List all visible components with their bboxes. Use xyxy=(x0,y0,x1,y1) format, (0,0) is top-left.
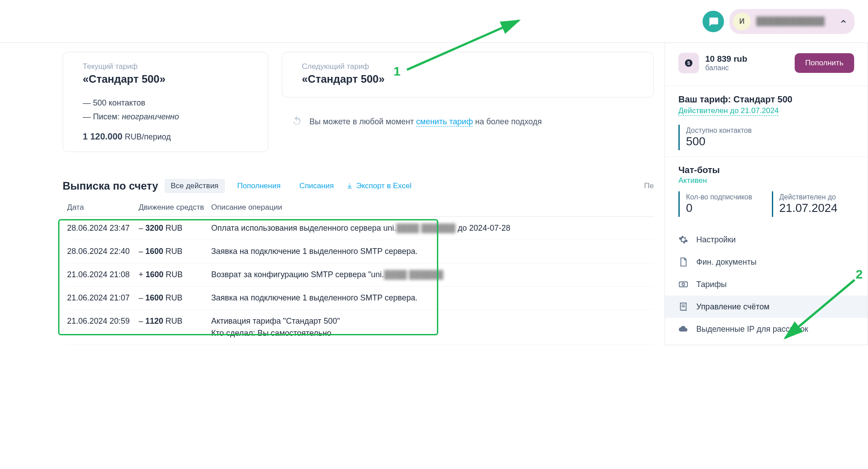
cell-amount: – 1600 RUB xyxy=(139,240,211,263)
topup-button[interactable]: Пополнить xyxy=(795,53,854,73)
table-row: 21.06.2024 21:07– 1600 RUBЗаявка на подк… xyxy=(67,287,654,310)
cell-date: 28.06.2024 23:47 xyxy=(67,217,139,240)
current-tariff-card: Текущий тариф «Стандарт 500» — 500 конта… xyxy=(63,52,268,152)
chatbots-status: Активен xyxy=(678,176,854,185)
chatbots-title: Чат-боты xyxy=(678,165,854,175)
col-movement: Движение средств xyxy=(139,199,211,217)
cell-date: 28.06.2024 22:40 xyxy=(67,240,139,263)
next-tariff-label: Следующий тариф xyxy=(302,62,634,71)
cell-description: Заявка на подключение 1 выделенного SMTP… xyxy=(211,240,654,263)
cell-description: Заявка на подключение 1 выделенного SMTP… xyxy=(211,287,654,310)
sidebar-menu: Настройки Фин. документы Тарифы Управлен… xyxy=(665,228,868,340)
filter-out[interactable]: Списания xyxy=(293,179,340,193)
gear-icon xyxy=(678,235,688,245)
tariff-price: 1 120.000 RUB/период xyxy=(83,131,248,142)
document-icon xyxy=(678,257,688,267)
main-content: Текущий тариф «Стандарт 500» — 500 конта… xyxy=(0,43,665,345)
svg-text:$: $ xyxy=(687,60,690,66)
valid-stat: Действителен до 21.07.2024 xyxy=(772,191,855,217)
table-row: 21.06.2024 20:59– 1120 RUBАктивация тари… xyxy=(67,310,654,345)
cell-amount: – 1600 RUB xyxy=(139,287,211,310)
switch-tariff-hint: Вы можете в любой момент сменить тариф н… xyxy=(291,115,654,128)
chat-icon xyxy=(707,16,719,27)
svg-rect-2 xyxy=(679,282,687,287)
menu-account-management[interactable]: Управление счётом xyxy=(665,296,868,318)
current-tariff-label: Текущий тариф xyxy=(83,62,248,71)
table-row: 28.06.2024 22:40– 1600 RUBЗаявка на подк… xyxy=(67,240,654,263)
cell-description: Возврат за конфигурацию SMTP сервера "un… xyxy=(211,263,654,287)
svg-point-3 xyxy=(682,283,685,286)
period-label-truncated: Пе xyxy=(644,182,654,190)
intercom-chat-button[interactable] xyxy=(703,11,724,32)
sidebar-tariff: Ваш тариф: Стандарт 500 xyxy=(678,94,854,105)
profile-name: ████████████ xyxy=(756,17,834,26)
col-date: Дата xyxy=(67,199,139,217)
menu-tariffs[interactable]: Тарифы xyxy=(665,273,868,296)
profile-menu-toggle[interactable]: И ████████████ xyxy=(729,9,855,34)
avatar: И xyxy=(733,13,751,30)
cell-amount: + 1600 RUB xyxy=(139,263,211,287)
cell-description: Оплата использования выделенного сервера… xyxy=(211,217,654,240)
switch-tariff-link[interactable]: сменить тариф xyxy=(416,117,473,127)
menu-dedicated-ips[interactable]: Выделенные IP для рассылок xyxy=(665,318,868,340)
cell-description: Активация тарифа "Стандарт 500"Кто сдела… xyxy=(211,310,654,345)
dollar-icon: $ xyxy=(684,59,693,68)
statement-title: Выписка по счету xyxy=(63,180,158,192)
cell-amount: – 1120 RUB xyxy=(139,310,211,345)
money-icon xyxy=(678,279,688,289)
cell-date: 21.06.2024 21:07 xyxy=(67,287,139,310)
balance-icon: $ xyxy=(678,53,699,73)
next-tariff-card: Следующий тариф «Стандарт 500» xyxy=(282,52,654,97)
chevron-up-icon xyxy=(839,17,847,25)
cell-date: 21.06.2024 20:59 xyxy=(67,310,139,345)
cell-amount: – 3200 RUB xyxy=(139,217,211,240)
receipt-icon xyxy=(678,302,688,312)
letters-line: — Писем: неограниченно xyxy=(83,110,248,124)
refresh-icon xyxy=(291,115,303,128)
contacts-stat: Доступно контактов 500 xyxy=(678,125,854,150)
statement-table: Дата Движение средств Описание операции … xyxy=(67,199,654,345)
menu-fin-documents[interactable]: Фин. документы xyxy=(665,251,868,273)
filter-all[interactable]: Все действия xyxy=(165,179,225,193)
col-description: Описание операции xyxy=(211,199,654,217)
cell-date: 21.06.2024 21:08 xyxy=(67,263,139,287)
table-row: 21.06.2024 21:08+ 1600 RUBВозврат за кон… xyxy=(67,263,654,287)
table-row: 28.06.2024 23:47– 3200 RUBОплата использ… xyxy=(67,217,654,240)
subscribers-stat: Кол-во подписчиков 0 xyxy=(678,191,761,217)
menu-settings[interactable]: Настройки xyxy=(665,228,868,251)
export-excel-link[interactable]: Экспорт в Excel xyxy=(346,182,411,190)
current-tariff-name: «Стандарт 500» xyxy=(83,73,248,85)
statement-header: Выписка по счету Все действия Пополнения… xyxy=(63,179,654,193)
contacts-line: — 500 контактов xyxy=(83,96,248,110)
cloud-icon xyxy=(678,324,688,334)
sidebar-valid-until: Действителен до 21.07.2024 xyxy=(678,106,779,116)
balance-text: 10 839 rub баланс xyxy=(705,54,747,72)
download-icon xyxy=(346,182,353,190)
account-sidebar: $ 10 839 rub баланс Пополнить Ваш тариф:… xyxy=(665,43,868,345)
top-bar: И ████████████ xyxy=(0,0,868,43)
filter-in[interactable]: Пополнения xyxy=(231,179,287,193)
next-tariff-name: «Стандарт 500» xyxy=(302,73,634,85)
